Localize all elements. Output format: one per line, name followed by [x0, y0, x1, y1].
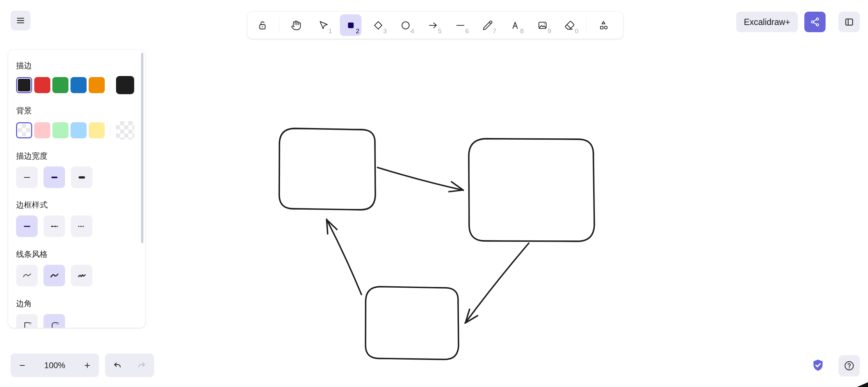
- pencil-icon: [482, 20, 494, 31]
- encryption-shield-icon: [811, 358, 825, 373]
- canvas-rectangle-3[interactable]: [365, 287, 459, 360]
- zoom-level-value[interactable]: 100%: [44, 361, 65, 370]
- sloppiness-option-architect[interactable]: [16, 265, 38, 286]
- background-color-label: 背景: [16, 106, 137, 115]
- edges-option-round[interactable]: [43, 314, 65, 328]
- edges-option-sharp[interactable]: [16, 314, 38, 328]
- canvas-arrow-2[interactable]: [465, 243, 529, 323]
- stroke-width-option-thin[interactable]: [16, 166, 38, 188]
- diamond-icon: [372, 20, 384, 31]
- redo-icon: [137, 361, 146, 370]
- tool-toolbar: 1234567890: [247, 12, 623, 39]
- toolbar-divider: [279, 18, 279, 33]
- background-color-swatch-a5d8ff[interactable]: [71, 122, 87, 138]
- canvas-rectangle-1[interactable]: [279, 128, 375, 210]
- sloppiness-architect-icon: [22, 270, 33, 281]
- canvas-arrow-3[interactable]: [327, 219, 361, 295]
- eraser-icon: [564, 20, 576, 31]
- image-icon: [537, 20, 548, 31]
- stroke-style-option-dotted[interactable]: [71, 215, 92, 237]
- panel-scrollbar[interactable]: [141, 53, 143, 243]
- tool-text-button[interactable]: 8: [504, 14, 526, 36]
- background-color-swatch-transparent[interactable]: [16, 122, 32, 138]
- rectangle-icon: [345, 20, 357, 31]
- main-menu-button[interactable]: [11, 11, 30, 30]
- tool-draw-button[interactable]: 7: [477, 14, 498, 36]
- hamburger-menu-icon: [15, 15, 26, 26]
- tool-ellipse-button[interactable]: 4: [395, 14, 416, 36]
- stroke-width-option-bold[interactable]: [43, 166, 65, 188]
- stroke-bold-icon: [49, 172, 60, 183]
- redo-button[interactable]: [132, 355, 151, 376]
- tool-more-shapes-button[interactable]: [592, 14, 614, 36]
- tool-shortcut-label: 2: [356, 27, 359, 35]
- share-button[interactable]: [804, 12, 826, 32]
- tool-shortcut-label: 9: [547, 27, 551, 35]
- swatch-divider: [110, 80, 111, 91]
- stroke-color-swatch-1e1e1e[interactable]: [16, 77, 32, 93]
- line-dashed-icon: [49, 221, 60, 232]
- arrow-icon: [427, 20, 439, 31]
- undo-icon: [113, 361, 122, 370]
- sloppiness-option-cartoonist[interactable]: [71, 265, 92, 286]
- tool-diamond-button[interactable]: 3: [367, 14, 389, 36]
- line-icon: [455, 20, 466, 31]
- stroke-width-option-extra-bold[interactable]: [71, 166, 92, 188]
- tool-image-button[interactable]: 9: [532, 14, 553, 36]
- tool-shortcut-label: 1: [328, 27, 332, 35]
- edge-round-icon: [49, 320, 60, 328]
- excalidraw-plus-button[interactable]: Excalidraw+: [736, 12, 798, 32]
- stroke-color-swatch-2f9e44[interactable]: [52, 77, 68, 93]
- tool-shortcut-label: 4: [410, 27, 414, 35]
- help-button[interactable]: [839, 355, 860, 376]
- tool-shortcut-label: 3: [383, 27, 387, 35]
- stroke-color-swatch-e03131[interactable]: [34, 77, 50, 93]
- zoom-controls: 100%: [11, 353, 99, 377]
- tool-line-button[interactable]: 6: [449, 14, 471, 36]
- stroke-color-label: 描边: [16, 61, 137, 70]
- stroke-style-option-dashed[interactable]: [43, 215, 65, 237]
- tool-hand-button[interactable]: [285, 14, 307, 36]
- background-color-swatch-ffc9c9[interactable]: [34, 122, 50, 138]
- extra-shapes-icon: [598, 20, 609, 31]
- lock-open-icon: [257, 20, 268, 31]
- tool-arrow-button[interactable]: 5: [422, 14, 444, 36]
- swatch-divider: [110, 125, 111, 136]
- tool-lock-button[interactable]: [252, 14, 273, 36]
- zoom-out-button[interactable]: [13, 355, 31, 376]
- sloppiness-option-artist[interactable]: [43, 265, 65, 286]
- background-current-color-button[interactable]: [116, 121, 134, 139]
- stroke-style-option-solid[interactable]: [16, 215, 38, 237]
- stroke-extrabold-icon: [76, 172, 87, 183]
- history-controls: [105, 353, 154, 377]
- tool-selection-button[interactable]: 1: [312, 14, 334, 36]
- toolbar-divider: [586, 18, 587, 33]
- undo-button[interactable]: [108, 355, 127, 376]
- plus-icon: [83, 361, 92, 370]
- library-toggle-button[interactable]: [839, 12, 860, 32]
- tool-rectangle-button[interactable]: 2: [340, 14, 361, 36]
- stroke-color-swatch-1971c2[interactable]: [71, 77, 87, 93]
- shape-properties-panel: 描边 背景 描边宽度 边框样式 线条风格 边角: [8, 50, 145, 328]
- sloppiness-artist-icon: [49, 270, 60, 281]
- canvas-rectangle-sketch-pass: [365, 287, 459, 360]
- tool-shortcut-label: 6: [465, 27, 469, 35]
- tool-shortcut-label: 8: [520, 27, 524, 35]
- hand-icon: [290, 20, 302, 31]
- tool-shortcut-label: 5: [438, 27, 442, 35]
- canvas-rectangle-2[interactable]: [469, 138, 594, 242]
- minus-icon: [18, 361, 27, 370]
- tool-shortcut-label: 7: [493, 27, 496, 35]
- line-solid-icon: [22, 221, 33, 232]
- ellipse-icon: [400, 20, 411, 31]
- zoom-in-button[interactable]: [78, 355, 96, 376]
- canvas-arrow-1[interactable]: [378, 167, 463, 192]
- background-color-swatch-ffec99[interactable]: [89, 122, 105, 138]
- canvas-rectangle-sketch-pass: [279, 128, 376, 210]
- stroke-color-swatch-f08c00[interactable]: [89, 77, 105, 93]
- background-color-swatch-b2f2bb[interactable]: [52, 122, 68, 138]
- edges-label: 边角: [16, 299, 137, 308]
- tool-eraser-button[interactable]: 0: [559, 14, 580, 36]
- edge-sharp-icon: [22, 320, 33, 328]
- stroke-current-color-button[interactable]: [116, 76, 134, 94]
